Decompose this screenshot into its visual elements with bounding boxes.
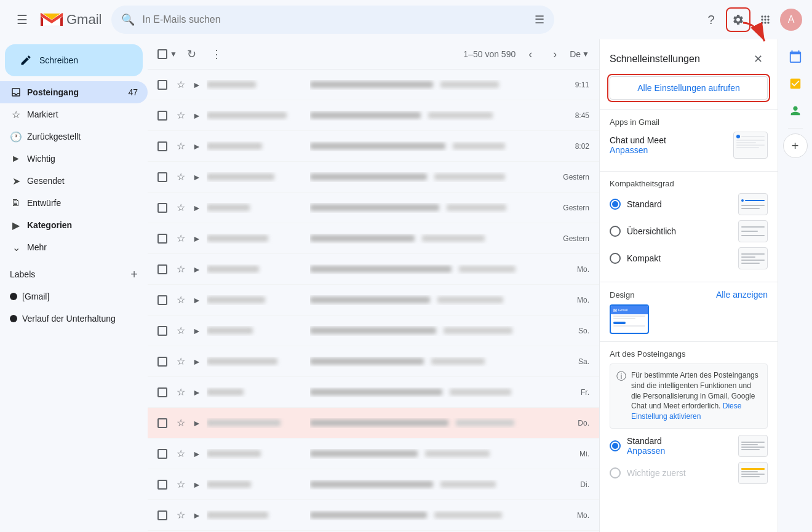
checkbox-icon[interactable] [157,49,167,59]
important-toggle[interactable]: ► [192,357,202,367]
star-toggle[interactable]: ☆ [175,509,187,521]
next-page-button[interactable]: › [545,44,565,64]
email-checkbox[interactable] [157,449,170,459]
important-toggle[interactable]: ► [192,387,202,397]
prev-page-button[interactable]: ‹ [520,44,540,64]
star-toggle[interactable]: ☆ [175,171,187,183]
sidebar-item-verlauf[interactable]: Verlauf der Unterhaltung [0,308,148,330]
email-checkbox[interactable] [157,326,170,336]
star-toggle[interactable]: ☆ [175,355,187,367]
search-bar[interactable]: 🔍 ☰ [111,6,554,34]
refresh-button[interactable]: ↻ [182,44,202,64]
radio-posteingang-wichtig[interactable] [610,467,621,478]
star-toggle[interactable]: ☆ [175,448,187,459]
filter-icon[interactable]: ☰ [535,13,544,26]
star-toggle[interactable]: ☆ [175,417,187,429]
star-toggle[interactable]: ☆ [175,232,187,244]
email-checkbox[interactable] [157,418,170,428]
settings-button[interactable] [726,7,750,32]
apps-button[interactable] [753,7,778,32]
important-toggle[interactable]: ► [192,326,202,336]
email-row[interactable]: ☆ ► Di. [148,469,599,500]
star-toggle[interactable]: ☆ [175,140,187,152]
contacts-icon[interactable] [783,98,808,123]
important-toggle[interactable]: ► [192,234,202,244]
sidebar-item-markiert[interactable]: ☆ Markiert [0,103,148,125]
sidebar-item-wichtig[interactable]: ► Wichtig [0,148,148,170]
sidebar-item-posteingang[interactable]: Posteingang 47 [0,81,148,103]
posteingang-anpassen-link[interactable]: Anpassen [627,446,732,456]
density-option-kompakt[interactable]: Kompakt [610,247,768,269]
posteingang-option-standard[interactable]: Standard Anpassen [610,435,768,457]
email-row[interactable]: ☆ ► Gestern [148,193,599,223]
important-toggle[interactable]: ► [192,111,202,121]
email-checkbox[interactable] [157,295,170,305]
email-checkbox[interactable] [157,80,170,90]
compose-button[interactable]: Schreiben [5,44,143,76]
email-checkbox[interactable] [157,480,170,490]
important-toggle[interactable]: ► [192,449,202,459]
density-option-standard[interactable]: Standard [610,193,768,215]
important-toggle[interactable]: ► [192,480,202,490]
email-checkbox[interactable] [157,111,170,121]
density-option-uebersichtlich[interactable]: Übersichtlich [610,220,768,242]
important-toggle[interactable]: ► [192,203,202,213]
star-toggle[interactable]: ☆ [175,386,187,398]
avatar[interactable]: A [780,9,802,31]
search-input[interactable] [142,14,527,25]
radio-kompakt[interactable] [610,253,621,264]
hamburger-menu[interactable]: ☰ [10,7,34,32]
email-row[interactable]: ☆ ► 9:11 [148,69,599,100]
sidebar-item-mehr[interactable]: ⌄ Mehr [0,236,148,258]
important-toggle[interactable]: ► [192,418,202,428]
email-row[interactable]: ☆ ► 8:02 [148,131,599,162]
star-toggle[interactable]: ☆ [175,263,187,275]
important-toggle[interactable]: ► [192,510,202,520]
more-options-button[interactable]: ⋮ [207,44,226,64]
email-row[interactable]: ☆ ► Gestern [148,223,599,254]
email-row[interactable]: ☆ ► Mo. [148,500,599,531]
design-thumb-default[interactable]: M Gmail [610,304,649,334]
star-toggle[interactable]: ☆ [175,109,187,121]
add-app-button[interactable]: + [783,133,808,158]
radio-uebersichtlich[interactable] [610,226,621,237]
radio-standard[interactable] [610,199,621,210]
all-settings-button[interactable]: Alle Einstellungen aufrufen [610,76,768,100]
email-checkbox[interactable] [157,172,170,182]
sidebar-item-kategorien[interactable]: ▶ Kategorien [0,214,148,236]
select-all-checkbox[interactable]: ▼ [157,49,177,59]
email-checkbox[interactable] [157,264,170,274]
important-toggle[interactable]: ► [192,80,202,90]
star-toggle[interactable]: ☆ [175,478,187,490]
sidebar-item-gmail[interactable]: [Gmail] [0,285,148,308]
alle-anzeigen-link[interactable]: Alle anzeigen [716,290,768,300]
sidebar-item-entwuerfe[interactable]: 🗎 Entwürfe [0,192,148,214]
email-row[interactable]: ☆ ► Fr. [148,377,599,408]
help-button[interactable]: ? [699,7,723,32]
email-checkbox[interactable] [157,357,170,367]
email-checkbox[interactable] [157,510,170,520]
star-toggle[interactable]: ☆ [175,79,187,90]
sort-button[interactable]: De ▼ [570,49,589,59]
sidebar-item-zurueckgestellt[interactable]: 🕐 Zurückgestellt [0,125,148,148]
email-row[interactable]: ☆ ► Do. [148,408,599,439]
radio-posteingang-standard[interactable] [610,440,621,451]
posteingang-option-wichtig[interactable]: Wichtige zuerst [610,462,768,484]
star-toggle[interactable]: ☆ [175,325,187,336]
email-row[interactable]: ☆ ► So. [148,316,599,346]
calendar-icon[interactable] [783,44,808,69]
email-row[interactable]: ☆ ► Gestern [148,162,599,193]
email-checkbox[interactable] [157,141,170,151]
add-label-icon[interactable]: + [130,268,138,282]
anpassen-link[interactable]: Anpassen [610,145,666,155]
important-toggle[interactable]: ► [192,141,202,151]
email-row[interactable]: ☆ ► 8:45 [148,100,599,131]
email-row[interactable]: ☆ ► Mo. [148,254,599,285]
star-toggle[interactable]: ☆ [175,294,187,306]
important-toggle[interactable]: ► [192,264,202,274]
tasks-icon[interactable] [783,71,808,96]
email-checkbox[interactable] [157,203,170,213]
close-quick-settings-button[interactable]: ✕ [748,49,768,69]
sidebar-item-gesendet[interactable]: ➤ Gesendet [0,170,148,192]
email-row[interactable]: ☆ ► Mi. [148,439,599,469]
